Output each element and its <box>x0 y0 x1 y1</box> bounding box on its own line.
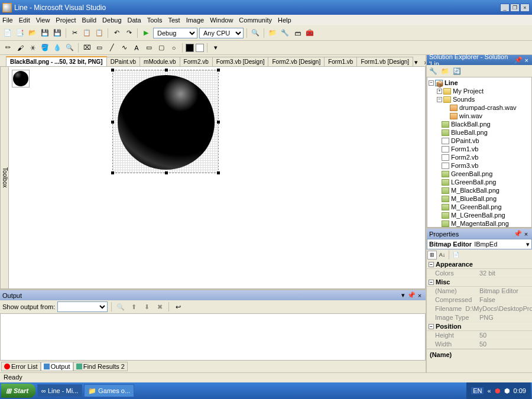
menu-image[interactable]: Image <box>186 17 205 24</box>
panel-close-icon[interactable]: × <box>523 57 530 64</box>
tabs-dropdown-icon[interactable]: ▾ <box>413 59 420 66</box>
pin-icon[interactable]: 📌 <box>408 292 415 299</box>
restore-button[interactable]: ❐ <box>510 4 520 12</box>
show-all-icon[interactable]: 📁 <box>440 66 450 76</box>
object-browser-icon[interactable]: 🗃 <box>292 28 303 38</box>
properties-icon[interactable]: 🔧 <box>280 28 290 38</box>
tab-form1d[interactable]: Form1.vb [Design] <box>356 57 413 66</box>
tray-icon[interactable]: « <box>487 387 491 394</box>
menu-help[interactable]: Help <box>278 17 291 24</box>
tab-output[interactable]: Output <box>41 362 73 371</box>
tab-mmodule[interactable]: mModule.vb <box>140 57 180 66</box>
resize-handle[interactable] <box>111 121 114 124</box>
pin-icon[interactable]: 📌 <box>514 231 521 238</box>
menu-test[interactable]: Test <box>168 17 180 24</box>
resize-handle[interactable] <box>165 171 168 174</box>
property-grid[interactable]: −AppearanceColors32 bit−Misc(Name)Bitmap… <box>427 260 532 349</box>
resize-handle[interactable] <box>217 171 220 174</box>
rect-icon[interactable]: ▭ <box>144 43 154 53</box>
tab-form3d[interactable]: Form3.vb [Design] <box>212 57 269 66</box>
tray-icon[interactable]: ⬢ <box>504 387 510 395</box>
text-icon[interactable]: A <box>131 43 142 53</box>
platform-combo[interactable]: Any CPU <box>199 28 244 38</box>
zoom-icon[interactable]: 🔍 <box>64 43 75 53</box>
tab-error-list[interactable]: Error List <box>1 362 41 371</box>
resize-handle[interactable] <box>111 69 114 72</box>
eraser-icon[interactable]: ⌧ <box>82 43 92 53</box>
system-tray[interactable]: EN « ⬢ ⬢ 0:09 <box>466 382 531 399</box>
pixel-grid-canvas[interactable] <box>112 70 219 173</box>
panel-close-icon[interactable]: × <box>523 231 530 238</box>
output-clear-icon[interactable]: ✖ <box>154 301 165 312</box>
taskbar-item-games[interactable]: 📁Games o... <box>84 384 134 397</box>
tray-icon[interactable]: ⬢ <box>495 387 501 395</box>
redo-icon[interactable]: ↷ <box>124 28 134 38</box>
menu-data[interactable]: Data <box>128 17 141 24</box>
start-debug-icon[interactable]: ▶ <box>141 28 151 38</box>
paste-icon[interactable]: 📋 <box>94 28 105 38</box>
panel-dropdown-icon[interactable]: ▾ <box>400 292 407 299</box>
output-prev-icon[interactable]: ⬆ <box>128 301 139 312</box>
pencil-icon[interactable]: ✏ <box>2 43 13 53</box>
menu-tools[interactable]: Tools <box>147 17 163 24</box>
resize-handle[interactable] <box>165 69 168 72</box>
resize-handle[interactable] <box>217 69 220 72</box>
save-all-icon[interactable]: 💾 <box>52 28 63 38</box>
tab-dpaint[interactable]: DPaint.vb <box>106 57 140 66</box>
open-icon[interactable]: 📂 <box>27 28 38 38</box>
start-button[interactable]: ⊞Start <box>1 384 35 398</box>
alphabetical-icon[interactable]: A↓ <box>437 251 447 259</box>
properties-icon[interactable]: 🔧 <box>428 66 439 76</box>
new-project-icon[interactable]: 📄 <box>2 28 13 38</box>
tab-blackball[interactable]: BlackBall.png - ...50, 32 bit, PNG] <box>6 56 107 66</box>
copy-icon[interactable]: 📋 <box>82 28 92 38</box>
prop-pages-icon[interactable]: 📄 <box>451 251 460 259</box>
toolbox-tab[interactable]: Toolbox <box>1 67 9 288</box>
refresh-icon[interactable]: 🔄 <box>452 66 462 76</box>
rect-select-icon[interactable]: ▭ <box>94 43 105 53</box>
output-next-icon[interactable]: ⬇ <box>141 301 152 312</box>
menu-build[interactable]: Build <box>82 17 96 24</box>
lang-indicator[interactable]: EN <box>471 387 484 394</box>
pin-icon[interactable]: 📌 <box>515 57 522 64</box>
menu-debug[interactable]: Debug <box>102 17 121 24</box>
menu-file[interactable]: File <box>2 17 13 24</box>
tab-find-results[interactable]: Find Results 2 <box>73 362 128 371</box>
menu-project[interactable]: Project <box>56 17 76 24</box>
round-rect-icon[interactable]: ▢ <box>156 43 167 53</box>
categorized-icon[interactable]: ⊞ <box>427 251 437 259</box>
output-source-combo[interactable] <box>57 301 108 312</box>
panel-close-icon[interactable]: × <box>416 292 423 299</box>
menu-edit[interactable]: Edit <box>19 17 30 24</box>
minimize-button[interactable]: _ <box>500 4 510 12</box>
option-icon[interactable]: ▾ <box>210 43 221 53</box>
clock[interactable]: 0:09 <box>514 387 526 394</box>
add-item-icon[interactable]: 📑 <box>15 28 25 38</box>
properties-object-combo[interactable]: Bitmap EditorIBmpEd ▾ <box>427 239 532 249</box>
toolbox-icon[interactable]: 🧰 <box>304 28 315 38</box>
fill-icon[interactable]: 🪣 <box>40 43 50 53</box>
resize-handle[interactable] <box>111 171 114 174</box>
taskbar-item-line[interactable]: ∞Line - Mi... <box>37 384 82 397</box>
config-combo[interactable]: Debug <box>153 28 197 38</box>
tab-form1[interactable]: Form1.vb <box>324 57 357 66</box>
airbrush-icon[interactable]: ⚹ <box>27 43 38 53</box>
save-icon[interactable]: 💾 <box>40 28 50 38</box>
output-find-icon[interactable]: 🔍 <box>115 301 126 312</box>
tab-form2d[interactable]: Form2.vb [Design] <box>268 57 325 66</box>
line-icon[interactable]: ╱ <box>106 43 117 53</box>
menu-community[interactable]: Community <box>239 17 272 24</box>
brush-icon[interactable]: 🖌 <box>15 43 25 53</box>
solution-tree[interactable]: −📦Line+My Project−Soundsdrumpad-crash.wa… <box>427 77 532 228</box>
find-icon[interactable]: 🔍 <box>250 28 261 38</box>
resize-handle[interactable] <box>217 121 220 124</box>
output-text[interactable] <box>0 313 426 361</box>
image-editor[interactable]: Toolbox <box>0 66 426 289</box>
eyedropper-icon[interactable]: 💧 <box>52 43 63 53</box>
bg-color[interactable] <box>196 44 204 52</box>
ellipse-icon[interactable]: ○ <box>168 43 179 53</box>
fg-color[interactable] <box>186 44 194 52</box>
output-wrap-icon[interactable]: ↩ <box>173 301 183 312</box>
undo-icon[interactable]: ↶ <box>111 28 122 38</box>
cut-icon[interactable]: ✂ <box>69 28 80 38</box>
